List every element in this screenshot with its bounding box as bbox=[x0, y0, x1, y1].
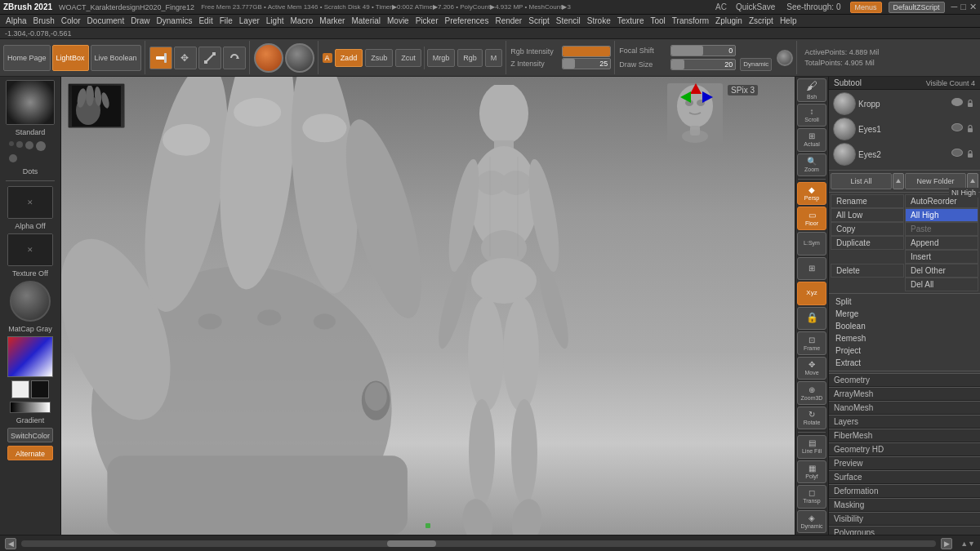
transp-icon-btn[interactable]: ◻ Transp bbox=[797, 485, 826, 509]
defaultzscript-button[interactable]: DefaultZScript bbox=[889, 2, 945, 13]
focal-shift-slider[interactable]: 0 bbox=[670, 45, 736, 56]
split-button[interactable]: Split bbox=[829, 295, 980, 308]
seethrough-label[interactable]: See-through: 0 bbox=[784, 2, 843, 11]
scroll-left-btn[interactable]: ◀ bbox=[5, 538, 16, 549]
subtool-kropp[interactable]: Kropp bbox=[831, 91, 978, 116]
list-arrow-btn[interactable] bbox=[893, 173, 904, 189]
lock-icon-eyes1[interactable] bbox=[964, 123, 976, 135]
move-icon-btn[interactable]: ✥ Move bbox=[797, 357, 826, 380]
alpha-thumbnail[interactable]: ✕ bbox=[7, 186, 53, 219]
deformation-section[interactable]: Deformation bbox=[829, 484, 980, 498]
arraymesh-section[interactable]: ArrayMesh bbox=[829, 387, 980, 401]
rotate-tool-button[interactable] bbox=[223, 47, 246, 69]
draw-tool-button[interactable] bbox=[149, 47, 172, 69]
menu-stencil[interactable]: Stencil bbox=[554, 16, 583, 25]
horizontal-scrollbar[interactable] bbox=[21, 540, 936, 547]
layers-section[interactable]: Layers bbox=[829, 415, 980, 429]
menu-stroke[interactable]: Stroke bbox=[585, 16, 613, 25]
eye-icon-eyes1[interactable] bbox=[951, 123, 963, 131]
material-preview[interactable] bbox=[285, 43, 314, 73]
alternate-button[interactable]: Alternate bbox=[7, 446, 53, 460]
scroll-icon-btn[interactable]: ↕ Scroll bbox=[797, 104, 826, 127]
lock-icon-eyes2[interactable] bbox=[964, 149, 976, 160]
rename-button[interactable]: Rename bbox=[831, 194, 904, 208]
menu-draw[interactable]: Draw bbox=[128, 16, 152, 25]
menu-movie[interactable]: Movie bbox=[385, 16, 412, 25]
switch-color-button[interactable]: SwitchColor bbox=[7, 428, 53, 442]
del-other-button[interactable]: Del Other bbox=[905, 264, 978, 278]
menu-zplugin[interactable]: Zplugin bbox=[713, 16, 745, 25]
viewport[interactable]: SPix 3 bbox=[61, 77, 795, 535]
linefill-icon-btn[interactable]: ▤ Line Fill bbox=[797, 435, 826, 459]
polygroups-section[interactable]: Polygroups bbox=[829, 526, 980, 535]
duplicate-button[interactable]: Duplicate bbox=[831, 236, 904, 250]
nav-right-arrow[interactable] bbox=[702, 91, 713, 103]
menu-edit[interactable]: Edit bbox=[196, 16, 215, 25]
del-all-button[interactable]: Del All bbox=[905, 278, 978, 291]
zadd-button[interactable]: Zadd bbox=[335, 49, 363, 67]
brush-icon-btn[interactable]: 🖌 Bsh bbox=[797, 78, 826, 102]
remesh-button[interactable]: Remesh bbox=[829, 332, 980, 344]
scroll-right-btn[interactable]: ▶ bbox=[941, 538, 952, 549]
matcap-preview[interactable] bbox=[10, 281, 51, 322]
rgb-intensity-slider[interactable] bbox=[562, 46, 611, 57]
draw-size-slider[interactable]: 20 bbox=[670, 59, 736, 70]
rgb-button[interactable]: Rgb bbox=[457, 49, 483, 67]
menu-document[interactable]: Document bbox=[85, 16, 127, 25]
color-swatch[interactable] bbox=[7, 336, 53, 377]
menu-brush[interactable]: Brush bbox=[31, 16, 57, 25]
boolean-button[interactable]: Boolean bbox=[829, 320, 980, 332]
rotate-icon-btn[interactable]: ↻ Rotate bbox=[797, 407, 826, 430]
menu-file[interactable]: File bbox=[217, 16, 235, 25]
copy-button[interactable]: Copy bbox=[831, 222, 904, 236]
menu-light[interactable]: Light bbox=[264, 16, 287, 25]
menu-layer[interactable]: Layer bbox=[237, 16, 262, 25]
insert-button[interactable]: Insert bbox=[905, 250, 978, 264]
live-boolean-button[interactable]: Live Boolean bbox=[91, 45, 141, 71]
merge-button[interactable]: Merge bbox=[829, 308, 980, 320]
menu-picker[interactable]: Picker bbox=[413, 16, 441, 25]
surface-section[interactable]: Surface bbox=[829, 470, 980, 484]
white-swatch[interactable] bbox=[11, 380, 29, 398]
quicksave-btn[interactable]: QuickSave bbox=[733, 2, 777, 11]
lsym-icon-btn[interactable]: L:Sym bbox=[797, 232, 826, 256]
nav-up-arrow[interactable] bbox=[690, 83, 702, 94]
home-page-button[interactable]: Home Page bbox=[3, 45, 51, 71]
maximize-icon[interactable]: □ bbox=[960, 2, 966, 12]
menu-marker[interactable]: Marker bbox=[317, 16, 347, 25]
black-swatch[interactable] bbox=[31, 380, 49, 398]
masking-section[interactable]: Masking bbox=[829, 498, 980, 512]
delete-button[interactable]: Delete bbox=[831, 264, 904, 278]
lightbox-button[interactable]: LightBox bbox=[52, 45, 89, 71]
eye-icon-eyes2[interactable] bbox=[951, 149, 963, 157]
menu-zscript[interactable]: Zscript bbox=[746, 16, 776, 25]
paste-button[interactable]: Paste bbox=[905, 222, 978, 236]
menu-help[interactable]: Help bbox=[777, 16, 800, 25]
menu-color[interactable]: Color bbox=[59, 16, 83, 25]
menu-preferences[interactable]: Preferences bbox=[442, 16, 491, 25]
dynamic-icon-btn[interactable]: ◈ Dynamic bbox=[797, 510, 826, 534]
texture-thumbnail[interactable]: ✕ bbox=[7, 233, 53, 266]
menu-dynamics[interactable]: Dynamics bbox=[154, 16, 195, 25]
menu-material[interactable]: Material bbox=[349, 16, 383, 25]
frame-icon-btn[interactable]: ⊡ Frame bbox=[797, 331, 826, 355]
minimize-icon[interactable]: ─ bbox=[951, 2, 958, 12]
new-folder-button[interactable]: New Folder bbox=[905, 173, 966, 189]
polyf-icon-btn[interactable]: ▦ Polyf bbox=[797, 460, 826, 484]
m-button[interactable]: M bbox=[485, 49, 503, 67]
menu-texture[interactable]: Texture bbox=[615, 16, 647, 25]
nav-left-arrow[interactable] bbox=[680, 91, 691, 103]
menu-render[interactable]: Render bbox=[492, 16, 524, 25]
scale-tool-button[interactable] bbox=[198, 47, 221, 69]
nanomesh-section[interactable]: NanoMesh bbox=[829, 401, 980, 415]
qgrid-icon-btn[interactable]: ⊞ bbox=[797, 257, 826, 281]
geometry-hd-section[interactable]: Geometry HD bbox=[829, 442, 980, 456]
zsub-button[interactable]: Zsub bbox=[365, 49, 393, 67]
geometry-section[interactable]: Geometry bbox=[829, 373, 980, 387]
subtool-eyes2[interactable]: Eyes2 bbox=[831, 142, 978, 167]
menu-alpha[interactable]: Alpha bbox=[3, 16, 29, 25]
brush-thumbnail[interactable] bbox=[6, 80, 55, 125]
extract-button[interactable]: Extract bbox=[829, 357, 980, 369]
menu-tool[interactable]: Tool bbox=[648, 16, 668, 25]
lock-icon-kropp[interactable] bbox=[964, 98, 976, 109]
